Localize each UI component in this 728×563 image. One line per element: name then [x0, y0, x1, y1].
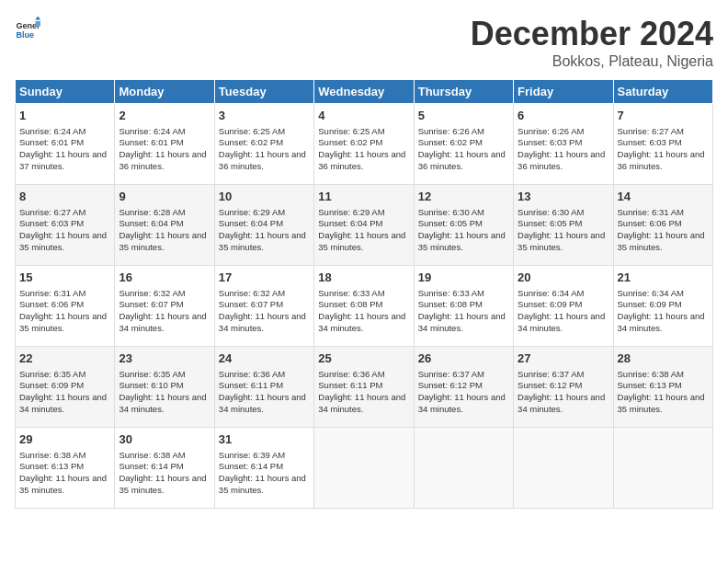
table-row: 16 Sunrise: 6:32 AM Sunset: 6:07 PM Dayl…: [115, 266, 214, 347]
daylight-hours: Daylight: 11 hours and 34 minutes.: [219, 392, 306, 414]
sunrise-time: Sunrise: 6:31 AM: [19, 288, 85, 298]
day-number: 8: [19, 189, 110, 205]
sunrise-time: Sunrise: 6:31 AM: [618, 207, 684, 217]
col-wednesday: Wednesday: [314, 80, 414, 104]
header: General Blue December 2024 Bokkos, Plate…: [15, 15, 713, 70]
daylight-hours: Daylight: 11 hours and 36 minutes.: [119, 149, 206, 171]
sunset-time: Sunset: 6:12 PM: [418, 380, 483, 390]
day-number: 26: [418, 350, 509, 367]
sunset-time: Sunset: 6:03 PM: [19, 218, 84, 228]
day-number: 10: [219, 189, 310, 205]
table-row: 11 Sunrise: 6:29 AM Sunset: 6:04 PM Dayl…: [314, 185, 414, 266]
col-monday: Monday: [115, 80, 214, 104]
day-number: 9: [119, 189, 210, 205]
sunrise-time: Sunrise: 6:24 AM: [19, 126, 85, 136]
sunrise-time: Sunrise: 6:24 AM: [119, 126, 185, 136]
day-number: 1: [19, 108, 110, 124]
sunset-time: Sunset: 6:10 PM: [119, 380, 183, 390]
sunset-time: Sunset: 6:14 PM: [219, 461, 283, 471]
table-row: [314, 428, 414, 509]
daylight-hours: Daylight: 11 hours and 34 minutes.: [119, 392, 206, 414]
svg-marker-2: [35, 16, 40, 19]
table-row: 3 Sunrise: 6:25 AM Sunset: 6:02 PM Dayli…: [214, 104, 313, 185]
table-row: 1 Sunrise: 6:24 AM Sunset: 6:01 PM Dayli…: [16, 104, 115, 185]
table-row: 20 Sunrise: 6:34 AM Sunset: 6:09 PM Dayl…: [514, 266, 613, 347]
table-row: 17 Sunrise: 6:32 AM Sunset: 6:07 PM Dayl…: [214, 266, 313, 347]
daylight-hours: Daylight: 11 hours and 36 minutes.: [418, 149, 506, 171]
col-friday: Friday: [514, 80, 613, 104]
table-row: 7 Sunrise: 6:27 AM Sunset: 6:03 PM Dayli…: [613, 104, 712, 185]
table-row: 10 Sunrise: 6:29 AM Sunset: 6:04 PM Dayl…: [214, 185, 313, 266]
daylight-hours: Daylight: 11 hours and 35 minutes.: [219, 473, 306, 495]
daylight-hours: Daylight: 11 hours and 37 minutes.: [19, 149, 107, 171]
daylight-hours: Daylight: 11 hours and 35 minutes.: [19, 230, 107, 252]
sunrise-time: Sunrise: 6:32 AM: [119, 288, 185, 298]
day-number: 14: [618, 189, 709, 205]
table-row: [514, 428, 613, 509]
sunset-time: Sunset: 6:13 PM: [19, 461, 84, 471]
title-area: December 2024 Bokkos, Plateau, Nigeria: [471, 15, 713, 70]
sunset-time: Sunset: 6:08 PM: [318, 299, 382, 309]
day-number: 20: [518, 270, 609, 286]
calendar-body: 1 Sunrise: 6:24 AM Sunset: 6:01 PM Dayli…: [16, 104, 713, 509]
daylight-hours: Daylight: 11 hours and 35 minutes.: [119, 473, 206, 495]
col-sunday: Sunday: [16, 80, 115, 104]
sunrise-time: Sunrise: 6:32 AM: [219, 288, 285, 298]
sunrise-time: Sunrise: 6:29 AM: [219, 207, 285, 217]
table-row: 31 Sunrise: 6:39 AM Sunset: 6:14 PM Dayl…: [214, 428, 313, 509]
sunset-time: Sunset: 6:07 PM: [119, 299, 183, 309]
day-number: 11: [318, 189, 409, 205]
sunset-time: Sunset: 6:11 PM: [219, 380, 283, 390]
sunrise-time: Sunrise: 6:30 AM: [518, 207, 584, 217]
sunset-time: Sunset: 6:03 PM: [518, 137, 582, 147]
col-tuesday: Tuesday: [214, 80, 313, 104]
daylight-hours: Daylight: 11 hours and 34 minutes.: [318, 392, 405, 414]
day-number: 15: [19, 270, 110, 286]
day-number: 13: [518, 189, 609, 205]
table-row: 2 Sunrise: 6:24 AM Sunset: 6:01 PM Dayli…: [115, 104, 214, 185]
col-thursday: Thursday: [414, 80, 513, 104]
day-number: 2: [119, 108, 210, 124]
day-number: 7: [618, 108, 709, 124]
sunset-time: Sunset: 6:07 PM: [219, 299, 283, 309]
sunrise-time: Sunrise: 6:25 AM: [219, 126, 285, 136]
table-row: [613, 428, 712, 509]
daylight-hours: Daylight: 11 hours and 36 minutes.: [618, 149, 705, 171]
table-row: 6 Sunrise: 6:26 AM Sunset: 6:03 PM Dayli…: [514, 104, 613, 185]
sunrise-time: Sunrise: 6:26 AM: [518, 126, 584, 136]
sunset-time: Sunset: 6:03 PM: [618, 137, 682, 147]
sunrise-time: Sunrise: 6:38 AM: [119, 450, 185, 460]
sunset-time: Sunset: 6:04 PM: [119, 218, 183, 228]
sunset-time: Sunset: 6:06 PM: [618, 218, 682, 228]
day-number: 3: [219, 108, 310, 124]
day-number: 25: [318, 350, 409, 367]
daylight-hours: Daylight: 11 hours and 35 minutes.: [19, 311, 107, 333]
table-row: 14 Sunrise: 6:31 AM Sunset: 6:06 PM Dayl…: [613, 185, 712, 266]
table-row: 19 Sunrise: 6:33 AM Sunset: 6:08 PM Dayl…: [414, 266, 513, 347]
table-row: 23 Sunrise: 6:35 AM Sunset: 6:10 PM Dayl…: [115, 347, 214, 428]
sunrise-time: Sunrise: 6:36 AM: [318, 369, 384, 379]
table-row: [414, 428, 513, 509]
sunrise-time: Sunrise: 6:25 AM: [318, 126, 384, 136]
table-row: 30 Sunrise: 6:38 AM Sunset: 6:14 PM Dayl…: [115, 428, 214, 509]
day-number: 4: [318, 108, 409, 124]
daylight-hours: Daylight: 11 hours and 35 minutes.: [318, 230, 405, 252]
daylight-hours: Daylight: 11 hours and 34 minutes.: [618, 311, 705, 333]
sunrise-time: Sunrise: 6:26 AM: [418, 126, 484, 136]
sunrise-time: Sunrise: 6:36 AM: [219, 369, 285, 379]
sunset-time: Sunset: 6:08 PM: [418, 299, 483, 309]
sunset-time: Sunset: 6:02 PM: [318, 137, 382, 147]
daylight-hours: Daylight: 11 hours and 36 minutes.: [318, 149, 405, 171]
table-row: 4 Sunrise: 6:25 AM Sunset: 6:02 PM Dayli…: [314, 104, 414, 185]
day-number: 24: [219, 350, 310, 367]
table-row: 28 Sunrise: 6:38 AM Sunset: 6:13 PM Dayl…: [613, 347, 712, 428]
logo: General Blue: [15, 15, 40, 40]
sunrise-time: Sunrise: 6:28 AM: [119, 207, 185, 217]
daylight-hours: Daylight: 11 hours and 35 minutes.: [418, 230, 506, 252]
sunset-time: Sunset: 6:13 PM: [618, 380, 682, 390]
table-row: 18 Sunrise: 6:33 AM Sunset: 6:08 PM Dayl…: [314, 266, 414, 347]
daylight-hours: Daylight: 11 hours and 34 minutes.: [518, 392, 605, 414]
sunrise-time: Sunrise: 6:35 AM: [119, 369, 185, 379]
daylight-hours: Daylight: 11 hours and 36 minutes.: [518, 149, 605, 171]
daylight-hours: Daylight: 11 hours and 34 minutes.: [119, 311, 206, 333]
